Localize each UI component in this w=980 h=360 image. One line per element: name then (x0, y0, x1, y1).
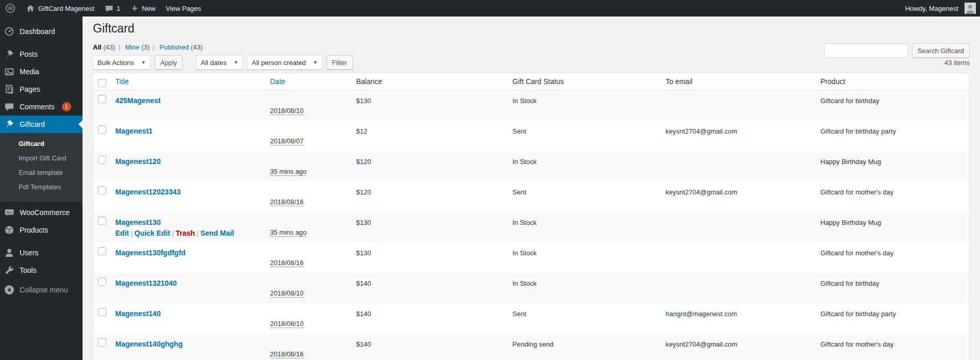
view-published-link[interactable]: Published (43) (159, 43, 203, 51)
giftcard-title-link[interactable]: Magenest120 (116, 157, 161, 166)
to-email-cell (661, 212, 815, 242)
sidebar-item-label: Dashboard (20, 27, 55, 36)
giftcard-status-cell: In Stock (508, 90, 661, 121)
sidebar-item-users[interactable]: Users (0, 244, 83, 261)
sidebar-item-label: Collapse menu (20, 286, 68, 294)
table-row: Magenest130fgdfgfd 2018/08/16 $130 In St… (93, 242, 970, 273)
giftcard-status-cell: In Stock (508, 212, 661, 242)
wordpress-logo-icon: W (5, 3, 15, 13)
row-checkbox[interactable] (98, 186, 106, 194)
row-checkbox[interactable] (98, 95, 106, 103)
submenu-item-email-template[interactable]: Email template (0, 166, 83, 180)
publish-date: 2018/08/16 (270, 259, 304, 267)
sidebar-item-label: WooCommerce (20, 208, 70, 217)
row-action-send-mail[interactable]: Send Mail (200, 229, 234, 237)
home-icon (26, 4, 35, 13)
to-email-cell: hangnt@magenest.com (661, 303, 815, 334)
giftcard-title-link[interactable]: 425Magenest (116, 96, 161, 105)
sidebar-item-posts[interactable]: Posts (0, 45, 83, 63)
sidebar-item-giftcard[interactable]: Giftcard (0, 116, 83, 133)
view-mine-link[interactable]: Mine (3) (125, 43, 150, 51)
row-action-quick-edit[interactable]: Quick Edit (135, 229, 170, 237)
products-cube-icon (4, 225, 14, 235)
my-account-menu[interactable]: Howdy, Magenest (901, 0, 980, 17)
submenu-item-giftcard[interactable]: Giftcard (0, 137, 83, 151)
sidebar-item-comments[interactable]: Comments 1 (0, 98, 83, 116)
main-content: Screen Options▼ Giftcard Search Giftcard… (83, 0, 980, 360)
sidebar-item-dashboard[interactable]: Dashboard (0, 23, 83, 40)
comments-menu[interactable]: 1 (100, 0, 125, 17)
sidebar-item-label: Users (20, 249, 39, 257)
site-name-menu[interactable]: GiftCard Magenest (21, 0, 100, 17)
product-cell: Giftcard for birthday (815, 273, 970, 303)
pushpin-icon (4, 119, 14, 129)
sidebar-item-media[interactable]: Media (0, 63, 83, 80)
sidebar-item-woocommerce[interactable]: Woo WooCommerce (0, 204, 83, 221)
row-checkbox[interactable] (98, 338, 106, 347)
product-cell: Giftcard for birthday party (815, 121, 970, 151)
to-email-cell (661, 242, 815, 273)
collapse-arrow-icon (4, 285, 14, 295)
giftcard-title-link[interactable]: Magenest130 (116, 218, 161, 226)
filter-button[interactable]: Filter (326, 55, 353, 70)
apply-button[interactable]: Apply (155, 55, 183, 70)
view-pages-menu[interactable]: View Pages (160, 0, 206, 17)
balance-cell: $120 (351, 182, 508, 212)
sidebar-item-products[interactable]: Products (0, 221, 83, 239)
pages-icon (4, 84, 14, 94)
sidebar-item-label: Products (20, 226, 48, 234)
giftcard-title-link[interactable]: Magenest12023343 (116, 188, 181, 196)
giftcard-status-cell: In Stock (508, 273, 661, 303)
person-filter-select[interactable]: All person created▼ (247, 55, 322, 70)
sidebar-item-label: Pages (20, 85, 40, 93)
select-all-checkbox[interactable] (98, 79, 106, 87)
row-actions: Edit | Quick Edit | Trash | Send Mail (116, 227, 260, 238)
bulk-actions-select[interactable]: Bulk Actions▼ (93, 55, 151, 70)
submenu-item-import-gift-card[interactable]: Import Gift Card (0, 151, 83, 166)
wrench-icon (4, 265, 14, 275)
product-cell: Happy Birthday Mug (815, 212, 970, 242)
row-checkbox[interactable] (98, 247, 106, 255)
row-checkbox[interactable] (98, 308, 106, 316)
publish-date: 35 mins ago (270, 168, 307, 176)
row-checkbox[interactable] (98, 217, 106, 225)
to-email-cell (661, 90, 815, 121)
avatar (965, 3, 976, 14)
user-icon (4, 248, 14, 258)
balance-cell: $12 (351, 121, 508, 151)
balance-cell: $130 (351, 212, 508, 242)
row-action-trash[interactable]: Trash (175, 229, 194, 237)
media-icon (4, 67, 14, 77)
svg-text:Woo: Woo (7, 211, 12, 214)
view-all-link[interactable]: All (43) (93, 43, 115, 51)
column-header-title[interactable]: Title (110, 73, 265, 90)
sidebar-item-pages[interactable]: Pages (0, 80, 83, 98)
collapse-menu-button[interactable]: Collapse menu (0, 281, 83, 299)
giftcard-table: Title Date Balance Gift Card Status To e… (93, 73, 970, 360)
search-input[interactable] (824, 43, 908, 58)
column-header-date[interactable]: Date (265, 73, 351, 90)
search-giftcard-button[interactable]: Search Giftcard (912, 43, 970, 58)
dates-filter-select[interactable]: All dates▼ (196, 55, 243, 70)
dashboard-icon (4, 26, 14, 37)
giftcard-status-cell: Sent (508, 121, 661, 151)
new-menu[interactable]: New (125, 0, 160, 17)
wordpress-logo-menu[interactable]: W (0, 0, 21, 17)
sidebar-item-label: Comments (20, 103, 55, 111)
sidebar-item-tools[interactable]: Tools (0, 261, 83, 279)
comment-count: 1 (117, 5, 120, 12)
giftcard-title-link[interactable]: Magenest140 (116, 309, 161, 318)
submenu-item-pdf-templates[interactable]: Pdf Templates (0, 180, 83, 194)
giftcard-title-link[interactable]: Magenest140ghghg (116, 340, 183, 348)
giftcard-title-link[interactable]: Magenest1321040 (116, 279, 177, 287)
row-checkbox[interactable] (98, 125, 106, 134)
giftcard-title-link[interactable]: Magenest130fgdfgfd (116, 249, 186, 257)
balance-cell: $140 (351, 303, 508, 334)
giftcard-title-link[interactable]: Magenest1 (116, 127, 153, 135)
row-action-edit[interactable]: Edit (116, 229, 129, 237)
chevron-down-icon: ▼ (234, 60, 238, 65)
row-checkbox[interactable] (98, 277, 106, 286)
table-header-row: Title Date Balance Gift Card Status To e… (93, 73, 970, 90)
chevron-down-icon: ▼ (141, 60, 146, 65)
row-checkbox[interactable] (98, 156, 106, 164)
